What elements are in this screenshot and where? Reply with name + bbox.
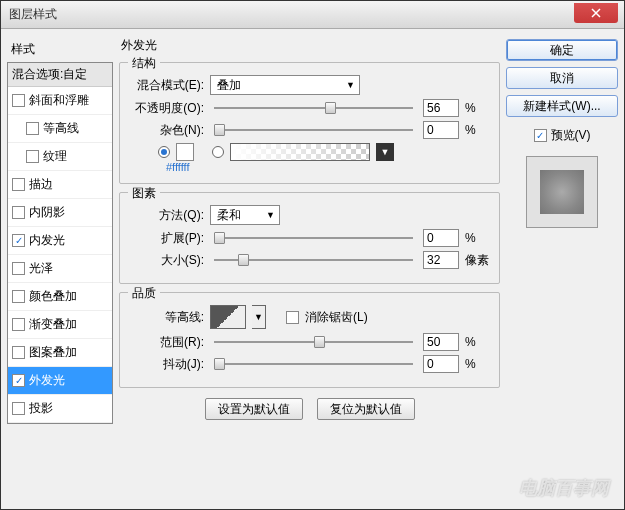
structure-group: 结构 混合模式(E): 叠加 ▼ 不透明度(O): % 杂色(N): xyxy=(119,62,500,184)
style-checkbox[interactable] xyxy=(12,402,25,415)
chevron-down-icon: ▼ xyxy=(346,80,355,90)
titlebar: 图层样式 xyxy=(1,1,624,29)
jitter-slider[interactable] xyxy=(214,363,413,365)
range-slider[interactable] xyxy=(214,341,413,343)
style-item[interactable]: 光泽 xyxy=(8,255,112,283)
style-item[interactable]: 斜面和浮雕 xyxy=(8,87,112,115)
style-item[interactable]: 内阴影 xyxy=(8,199,112,227)
jitter-unit: % xyxy=(465,357,489,371)
slider-thumb[interactable] xyxy=(214,358,225,370)
gradient-dropdown[interactable]: ▼ xyxy=(376,143,394,161)
contour-label: 等高线: xyxy=(130,309,204,326)
gradient-radio[interactable] xyxy=(212,146,224,158)
style-checkbox[interactable] xyxy=(26,122,39,135)
style-checkbox[interactable] xyxy=(12,206,25,219)
chevron-down-icon: ▼ xyxy=(266,210,275,220)
size-slider[interactable] xyxy=(214,259,413,261)
style-label: 投影 xyxy=(29,400,53,417)
opacity-input[interactable] xyxy=(423,99,459,117)
slider-thumb[interactable] xyxy=(214,232,225,244)
color-swatch[interactable] xyxy=(176,143,194,161)
jitter-label: 抖动(J): xyxy=(130,356,204,373)
style-item[interactable]: 等高线 xyxy=(8,115,112,143)
slider-thumb[interactable] xyxy=(325,102,336,114)
spread-label: 扩展(P): xyxy=(130,230,204,247)
style-label: 斜面和浮雕 xyxy=(29,92,89,109)
opacity-slider[interactable] xyxy=(214,107,413,109)
panel-title: 外发光 xyxy=(119,35,500,54)
technique-value: 柔和 xyxy=(217,207,241,224)
style-checkbox[interactable] xyxy=(12,262,25,275)
new-style-button[interactable]: 新建样式(W)... xyxy=(506,95,618,117)
blend-options-item[interactable]: 混合选项:自定 xyxy=(8,63,112,87)
gradient-preview[interactable] xyxy=(230,143,370,161)
style-item[interactable]: 内发光 xyxy=(8,227,112,255)
cancel-button[interactable]: 取消 xyxy=(506,67,618,89)
style-label: 图案叠加 xyxy=(29,344,77,361)
styles-list: 混合选项:自定 斜面和浮雕等高线纹理描边内阴影内发光光泽颜色叠加渐变叠加图案叠加… xyxy=(7,62,113,424)
size-label: 大小(S): xyxy=(130,252,204,269)
style-checkbox[interactable] xyxy=(12,178,25,191)
range-input[interactable] xyxy=(423,333,459,351)
style-checkbox[interactable] xyxy=(26,150,39,163)
blend-mode-label: 混合模式(E): xyxy=(130,77,204,94)
blend-mode-value: 叠加 xyxy=(217,77,241,94)
opacity-label: 不透明度(O): xyxy=(130,100,204,117)
blend-mode-dropdown[interactable]: 叠加 ▼ xyxy=(210,75,360,95)
jitter-input[interactable] xyxy=(423,355,459,373)
elements-group: 图素 方法(Q): 柔和 ▼ 扩展(P): % 大小(S): xyxy=(119,192,500,284)
style-item[interactable]: 颜色叠加 xyxy=(8,283,112,311)
make-default-button[interactable]: 设置为默认值 xyxy=(205,398,303,420)
slider-thumb[interactable] xyxy=(314,336,325,348)
spread-input[interactable] xyxy=(423,229,459,247)
preview-checkbox[interactable] xyxy=(534,129,547,142)
style-label: 渐变叠加 xyxy=(29,316,77,333)
slider-thumb[interactable] xyxy=(214,124,225,136)
layer-style-dialog: 图层样式 样式 混合选项:自定 斜面和浮雕等高线纹理描边内阴影内发光光泽颜色叠加… xyxy=(0,0,625,510)
size-input[interactable] xyxy=(423,251,459,269)
style-checkbox[interactable] xyxy=(12,374,25,387)
window-title: 图层样式 xyxy=(9,6,574,23)
close-icon xyxy=(591,8,601,18)
color-hex: #ffffff xyxy=(166,161,489,173)
style-label: 等高线 xyxy=(43,120,79,137)
range-unit: % xyxy=(465,335,489,349)
preview-box xyxy=(526,156,598,228)
technique-label: 方法(Q): xyxy=(130,207,204,224)
noise-slider[interactable] xyxy=(214,129,413,131)
style-item[interactable]: 渐变叠加 xyxy=(8,311,112,339)
contour-dropdown[interactable]: ▼ xyxy=(252,305,266,329)
style-item[interactable]: 外发光 xyxy=(8,367,112,395)
opacity-unit: % xyxy=(465,101,489,115)
technique-dropdown[interactable]: 柔和 ▼ xyxy=(210,205,280,225)
contour-picker[interactable] xyxy=(210,305,246,329)
style-checkbox[interactable] xyxy=(12,290,25,303)
style-item[interactable]: 描边 xyxy=(8,171,112,199)
noise-input[interactable] xyxy=(423,121,459,139)
antialias-label: 消除锯齿(L) xyxy=(305,309,368,326)
style-checkbox[interactable] xyxy=(12,318,25,331)
slider-thumb[interactable] xyxy=(238,254,249,266)
style-checkbox[interactable] xyxy=(12,346,25,359)
noise-unit: % xyxy=(465,123,489,137)
style-checkbox[interactable] xyxy=(12,234,25,247)
elements-legend: 图素 xyxy=(128,185,160,202)
quality-legend: 品质 xyxy=(128,285,160,302)
style-item[interactable]: 投影 xyxy=(8,395,112,423)
reset-default-button[interactable]: 复位为默认值 xyxy=(317,398,415,420)
style-label: 描边 xyxy=(29,176,53,193)
noise-label: 杂色(N): xyxy=(130,122,204,139)
ok-button[interactable]: 确定 xyxy=(506,39,618,61)
style-label: 内阴影 xyxy=(29,204,65,221)
styles-heading: 样式 xyxy=(7,35,113,62)
preview-label: 预览(V) xyxy=(551,127,591,144)
spread-slider[interactable] xyxy=(214,237,413,239)
antialias-checkbox[interactable] xyxy=(286,311,299,324)
style-checkbox[interactable] xyxy=(12,94,25,107)
style-label: 纹理 xyxy=(43,148,67,165)
color-radio[interactable] xyxy=(158,146,170,158)
quality-group: 品质 等高线: ▼ 消除锯齿(L) 范围(R): % 抖动(J): xyxy=(119,292,500,388)
close-button[interactable] xyxy=(574,3,618,23)
style-item[interactable]: 纹理 xyxy=(8,143,112,171)
style-item[interactable]: 图案叠加 xyxy=(8,339,112,367)
